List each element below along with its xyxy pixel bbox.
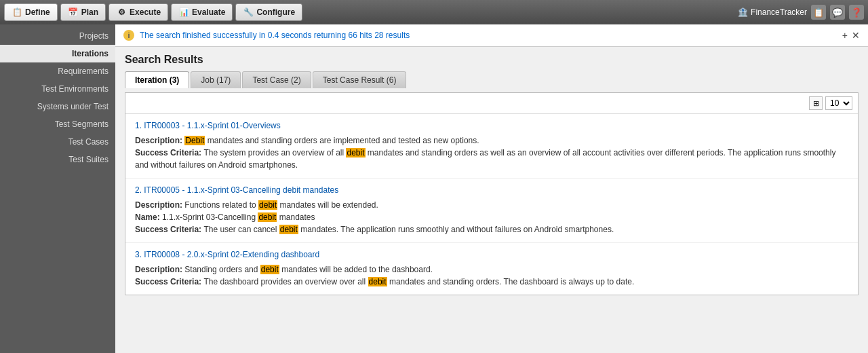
result-number-3: 3. (135, 250, 144, 259)
define-icon: 📋 (12, 7, 22, 18)
grid-view-icon[interactable]: ⊞ (809, 96, 823, 110)
sidebar-item-systems-under-test[interactable]: Systems under Test (0, 98, 115, 115)
toolbar-icon-2[interactable]: 💬 (830, 5, 845, 20)
evaluate-icon: 📊 (178, 7, 189, 18)
define-button[interactable]: 📋 Define (4, 3, 58, 21)
result-link-2[interactable]: 2. ITR00005 - 1.1.x-Sprint 03-Cancelling… (135, 185, 848, 195)
sidebar-item-projects[interactable]: Projects (0, 27, 115, 45)
search-notice-close[interactable]: ✕ (852, 30, 860, 41)
plan-icon: 📅 (68, 7, 79, 18)
sidebar-item-test-segments[interactable]: Test Segments (0, 115, 115, 133)
result-link-1[interactable]: 1. ITR00003 - 1.1.x-Sprint 01-Overviews (135, 121, 848, 130)
result-description-1: Description: Debit mandates and standing… (135, 134, 848, 147)
result-number-1: 1. (135, 121, 144, 130)
search-notice-text: The search finished successfully in 0.4 … (140, 31, 410, 40)
toolbar-icon-1[interactable]: 📋 (811, 5, 826, 20)
execute-button[interactable]: ⚙ Execute (108, 3, 168, 21)
results-toolbar: ⊞ 10 25 50 (125, 93, 858, 114)
sidebar-item-iterations[interactable]: Iterations (0, 45, 115, 62)
sidebar: Projects Iterations Requirements Test En… (0, 24, 115, 353)
result-number-2: 2. (135, 185, 144, 195)
result-link-3[interactable]: 3. ITR00008 - 2.0.x-Sprint 02-Extending … (135, 250, 848, 259)
info-icon: i (123, 30, 134, 41)
result-item: 1. ITR00003 - 1.1.x-Sprint 01-Overviews … (125, 114, 858, 179)
result-success-criteria-2: Success Criteria: The user can cancel de… (135, 223, 848, 236)
page-size-select[interactable]: 10 25 50 (825, 96, 852, 110)
results-panel: ⊞ 10 25 50 1. ITR00003 - 1.1.x-Sprint 01… (125, 92, 859, 295)
app-name: 🏦 FinanceTracker (738, 7, 807, 17)
evaluate-button[interactable]: 📊 Evaluate (171, 3, 233, 21)
tab-test-case[interactable]: Test Case (2) (242, 71, 311, 88)
toolbar-icon-help[interactable]: ❓ (849, 5, 864, 20)
result-description-2: Description: Functions related to debit … (135, 199, 848, 211)
main-content: i The search finished successfully in 0.… (115, 24, 868, 353)
search-notice-add[interactable]: + (842, 30, 848, 41)
configure-button[interactable]: 🔧 Configure (235, 3, 302, 21)
sidebar-item-test-cases[interactable]: Test Cases (0, 133, 115, 151)
sidebar-item-test-suites[interactable]: Test Suites (0, 151, 115, 168)
configure-icon: 🔧 (243, 7, 254, 18)
tabs: Iteration (3) Job (17) Test Case (2) Tes… (125, 71, 859, 88)
result-item: 3. ITR00008 - 2.0.x-Sprint 02-Extending … (125, 243, 858, 295)
search-notice-left: i The search finished successfully in 0.… (123, 30, 410, 41)
toolbar: 📋 Define 📅 Plan ⚙ Execute 📊 Evaluate 🔧 C… (0, 0, 868, 24)
tab-job[interactable]: Job (17) (191, 71, 241, 88)
tab-test-case-result[interactable]: Test Case Result (6) (313, 71, 407, 88)
toolbar-right: 🏦 FinanceTracker 📋 💬 ❓ (738, 5, 864, 20)
result-description-3: Description: Standing orders and debit m… (135, 263, 848, 276)
tab-iteration[interactable]: Iteration (3) (125, 71, 189, 88)
search-notice: i The search finished successfully in 0.… (115, 24, 868, 47)
execute-icon: ⚙ (116, 7, 127, 18)
result-name-2: Name: 1.1.x-Sprint 03-Cancelling debit m… (135, 211, 848, 223)
plan-button[interactable]: 📅 Plan (60, 3, 106, 21)
result-item: 2. ITR00005 - 1.1.x-Sprint 03-Cancelling… (125, 179, 858, 243)
result-success-criteria-1: Success Criteria: The system provides an… (135, 147, 848, 171)
result-success-criteria-3: Success Criteria: The dashboard provides… (135, 276, 848, 288)
sidebar-item-test-environments[interactable]: Test Environments (0, 80, 115, 98)
sidebar-item-requirements[interactable]: Requirements (0, 62, 115, 80)
search-notice-actions: + ✕ (842, 30, 860, 41)
results-title: Search Results (125, 54, 859, 66)
results-header: Search Results Iteration (3) Job (17) Te… (115, 47, 868, 92)
layout: Projects Iterations Requirements Test En… (0, 24, 868, 353)
app-icon: 🏦 (738, 7, 748, 17)
